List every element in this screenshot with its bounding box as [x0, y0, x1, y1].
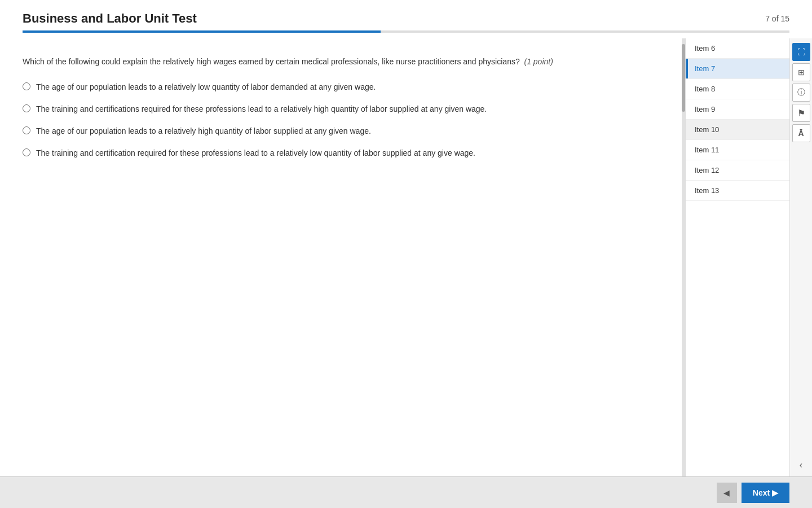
list-item-8[interactable]: Item 8 [686, 79, 789, 99]
progress-bar-fill [23, 30, 381, 33]
progress-bar-container [23, 30, 789, 33]
info-tool-button[interactable]: ⓘ [792, 84, 810, 102]
radio-d[interactable] [23, 148, 30, 156]
progress-indicator: 7 of 15 [765, 14, 789, 23]
answer-option-a[interactable]: The age of our population leads to a rel… [23, 81, 659, 93]
item-12-label: Item 12 [695, 166, 719, 174]
right-sidebar: Item 6 Item 7 Item 8 Item 9 Item 10 Item… [685, 38, 812, 479]
radio-b[interactable] [23, 104, 30, 112]
next-label: Next ▶ [753, 488, 778, 497]
item-7-label: Item 7 [695, 64, 715, 73]
flag-icon: ⚑ [797, 108, 805, 119]
item-9-label: Item 9 [695, 105, 715, 113]
list-item-10[interactable]: Item 10 [686, 120, 789, 140]
list-item-11[interactable]: Item 11 [686, 140, 789, 160]
question-area: Which of the following could explain the… [0, 38, 682, 479]
answer-label-a[interactable]: The age of our population leads to a rel… [36, 81, 376, 93]
item-8-label: Item 8 [695, 85, 715, 93]
scroll-thumb[interactable] [682, 44, 685, 112]
prev-button[interactable]: ◀ [717, 483, 737, 503]
radio-a[interactable] [23, 82, 30, 90]
answer-option-b[interactable]: The training and certifications required… [23, 103, 659, 115]
expand-icon: ⛶ [797, 47, 805, 56]
item-6-label: Item 6 [695, 44, 715, 52]
item-11-label: Item 11 [695, 146, 719, 154]
point-label: (1 point) [524, 57, 553, 66]
next-button[interactable]: Next ▶ [742, 483, 789, 503]
answer-option-d[interactable]: The training and certification required … [23, 147, 659, 159]
list-item-7[interactable]: Item 7 [686, 59, 789, 79]
item-10-label: Item 10 [695, 125, 719, 134]
question-body: Which of the following could explain the… [23, 57, 520, 66]
list-item-6[interactable]: Item 6 [686, 38, 789, 59]
grid-icon: ⊞ [798, 68, 805, 77]
item-13-label: Item 13 [695, 186, 719, 195]
page-title: Business and Labor Unit Test [23, 11, 197, 26]
expand-tool-button[interactable]: ⛶ [792, 43, 810, 61]
list-item-9[interactable]: Item 9 [686, 99, 789, 120]
info-icon: ⓘ [797, 87, 805, 98]
question-text: Which of the following could explain the… [23, 55, 659, 68]
radio-c[interactable] [23, 126, 30, 134]
list-item-13[interactable]: Item 13 [686, 181, 789, 201]
text-tool-button[interactable]: Ā [792, 124, 810, 142]
answer-label-d[interactable]: The training and certification required … [36, 147, 475, 159]
answer-label-b[interactable]: The training and certifications required… [36, 103, 487, 115]
text-icon: Ā [798, 129, 804, 138]
prev-icon: ◀ [723, 488, 730, 497]
flag-tool-button[interactable]: ⚑ [792, 104, 810, 122]
tool-panel: ⛶ ⊞ ⓘ ⚑ Ā ‹ [789, 38, 812, 479]
answer-option-c[interactable]: The age of our population leads to a rel… [23, 125, 659, 137]
chevron-left-icon: ‹ [800, 460, 802, 470]
footer: ◀ Next ▶ [0, 476, 812, 508]
list-item-12[interactable]: Item 12 [686, 160, 789, 181]
answer-label-c[interactable]: The age of our population leads to a rel… [36, 125, 371, 137]
item-list-panel: Item 6 Item 7 Item 8 Item 9 Item 10 Item… [685, 38, 789, 479]
scroll-divider [682, 38, 685, 479]
grid-tool-button[interactable]: ⊞ [792, 63, 810, 81]
collapse-panel-button[interactable]: ‹ [792, 456, 810, 474]
